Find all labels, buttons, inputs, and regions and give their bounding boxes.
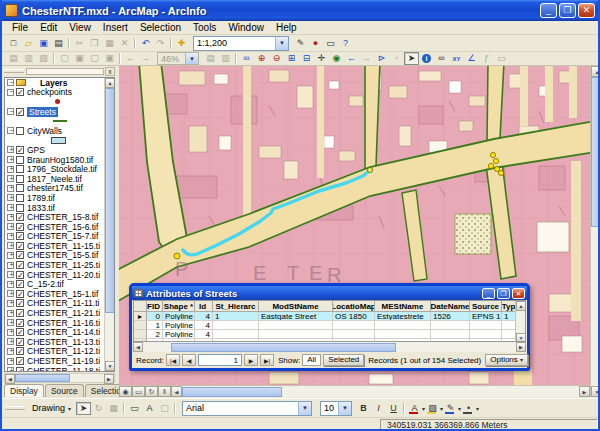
go-to-xy-icon[interactable]: XY bbox=[449, 52, 464, 65]
layout-view-icon[interactable]: ▭ bbox=[132, 386, 145, 397]
print-icon[interactable]: ▤ bbox=[51, 37, 66, 50]
layer-chester-11-18[interactable]: CHESTER_11-18.ti bbox=[5, 366, 114, 372]
scroll-down-icon[interactable]: ▼ bbox=[591, 386, 600, 397]
layer-label[interactable]: GPS bbox=[27, 145, 45, 155]
layer-checkbox[interactable] bbox=[16, 299, 24, 307]
layer-checkbox[interactable] bbox=[16, 357, 24, 365]
zoom-in-layout-icon[interactable]: ▢ bbox=[57, 52, 72, 65]
column-st-hierarc[interactable]: St_Hierarc bbox=[213, 301, 259, 312]
layer-chester-11-20[interactable]: CHESTER_11-20.ti bbox=[5, 270, 114, 280]
layer-1833[interactable]: 1833.tif bbox=[5, 203, 114, 213]
layer-checkbox[interactable] bbox=[16, 319, 24, 327]
layer-gps[interactable]: GPS bbox=[5, 145, 114, 155]
rotate-icon[interactable]: ↻ bbox=[91, 402, 106, 415]
layer-chester-11-13[interactable]: CHESTER_11-13.ti bbox=[5, 337, 114, 347]
expand-icon[interactable] bbox=[7, 79, 14, 86]
layer-checkbox[interactable] bbox=[16, 127, 24, 135]
arccatalog-icon[interactable]: ● bbox=[308, 37, 323, 50]
fixed-zoom-in-icon[interactable]: ⊞ bbox=[284, 52, 299, 65]
font-color-button[interactable]: A bbox=[407, 402, 422, 415]
scroll-up-icon[interactable]: ▲ bbox=[105, 78, 115, 88]
free-edit-icon[interactable]: ▦ bbox=[106, 402, 121, 415]
column-shape[interactable]: Shape * bbox=[163, 301, 195, 312]
scroll-thumb[interactable] bbox=[15, 374, 70, 382]
new-document-icon[interactable]: □ bbox=[6, 37, 21, 50]
zoom-whole-page-icon[interactable]: ▤ bbox=[6, 52, 21, 65]
layer-chester-11-12[interactable]: CHESTER_11-12.ti bbox=[5, 347, 114, 357]
underline-button[interactable]: U bbox=[386, 402, 401, 415]
layer-label[interactable]: BraunHog1580.tif bbox=[27, 155, 93, 165]
expand-icon[interactable] bbox=[7, 310, 14, 317]
layer-checkbox[interactable] bbox=[16, 338, 24, 346]
layer-label[interactable]: CHESTER_11-13.ti bbox=[27, 337, 100, 347]
expand-icon[interactable] bbox=[7, 204, 14, 211]
layer-chester-11-21[interactable]: CHESTER_11-21.ti bbox=[5, 308, 114, 318]
layer-label[interactable]: 1789.tif bbox=[27, 193, 55, 203]
layer-label[interactable]: 1817_Neele.tif bbox=[27, 174, 82, 184]
layer-citywalls[interactable]: CityWalls bbox=[5, 126, 114, 136]
font-combo[interactable]: Arial▼ bbox=[182, 401, 312, 416]
expand-icon[interactable] bbox=[7, 175, 14, 182]
fixed-zoom-out-icon[interactable]: ⊟ bbox=[299, 52, 314, 65]
layer-label[interactable]: Layers bbox=[40, 78, 67, 88]
font-size-combo[interactable]: 10▼ bbox=[320, 401, 352, 416]
expand-icon[interactable] bbox=[7, 329, 14, 336]
row-selector[interactable] bbox=[134, 321, 147, 330]
symbol-streets[interactable] bbox=[5, 116, 114, 126]
scroll-thumb[interactable] bbox=[182, 387, 282, 397]
menu-edit[interactable]: Edit bbox=[34, 22, 63, 33]
expand-icon[interactable] bbox=[7, 367, 14, 372]
layer-checkbox[interactable] bbox=[16, 184, 24, 192]
layer-chester-15-6[interactable]: CHESTER_15-6.tif bbox=[5, 222, 114, 232]
layer-label[interactable]: CHESTER_11-16.ti bbox=[27, 318, 100, 328]
add-data-icon[interactable]: ✚ bbox=[174, 37, 189, 50]
expand-icon[interactable] bbox=[7, 262, 14, 269]
expand-icon[interactable] bbox=[7, 233, 14, 240]
layer-checkbox[interactable] bbox=[16, 251, 24, 259]
toc-horizontal-scrollbar[interactable]: ◀ ▶ bbox=[4, 373, 115, 383]
layer-label[interactable]: CityWalls bbox=[27, 126, 62, 136]
full-extent-icon[interactable]: ◉ bbox=[329, 52, 344, 65]
layer-chester-15-8[interactable]: CHESTER_15-8.tif bbox=[5, 212, 114, 222]
sep[interactable] bbox=[172, 402, 178, 415]
symbol-citywalls[interactable] bbox=[5, 136, 114, 146]
draft-mode-icon[interactable]: ▤ bbox=[203, 52, 218, 65]
bold-button[interactable]: B bbox=[356, 402, 371, 415]
layer-checkbox[interactable] bbox=[16, 156, 24, 164]
map-vertical-scrollbar[interactable]: ▲ ▼ bbox=[590, 66, 600, 397]
layer-checkbox[interactable] bbox=[16, 309, 24, 317]
options-button[interactable]: Options ▾ bbox=[485, 354, 528, 366]
layer-label[interactable]: CHESTER_11-25.ti bbox=[27, 260, 100, 270]
layer-label[interactable]: CHESTER_15-7.tif bbox=[27, 231, 98, 241]
dialog-close-button[interactable]: ✕ bbox=[512, 288, 525, 299]
layer-label[interactable]: CHESTER_11-15.ti bbox=[27, 241, 100, 251]
layer-1796[interactable]: 1796_Stockdale.tif bbox=[5, 164, 114, 174]
first-record-button[interactable]: |◀ bbox=[166, 354, 180, 366]
layer-checkbox[interactable] bbox=[16, 242, 24, 250]
layer-label[interactable]: chester1745.tif bbox=[27, 183, 83, 193]
row-selector[interactable] bbox=[134, 330, 147, 339]
tab-source[interactable]: Source bbox=[45, 384, 84, 397]
zoom-100-icon[interactable]: ▥ bbox=[21, 52, 36, 65]
layout-zoom-combo[interactable]: 46%▼ bbox=[157, 52, 199, 65]
scroll-left-icon[interactable]: ◀ bbox=[171, 386, 182, 397]
layer-label[interactable]: CHESTER_11-14.ti bbox=[27, 327, 100, 337]
layer-label[interactable]: CHESTER_15-1.tif bbox=[27, 289, 98, 299]
layer-checkbox[interactable] bbox=[16, 232, 24, 240]
marker-color-button[interactable]: • bbox=[461, 402, 476, 415]
expand-icon[interactable] bbox=[7, 166, 14, 173]
redo-icon[interactable]: ↷ bbox=[153, 37, 168, 50]
expand-icon[interactable] bbox=[7, 271, 14, 278]
menu-tools[interactable]: Tools bbox=[187, 22, 222, 33]
scroll-thumb[interactable] bbox=[105, 88, 115, 313]
title-bar[interactable]: ChesterNTF.mxd - ArcMap - ArcInfo _ ❐ ✕ bbox=[2, 0, 598, 21]
layer-label[interactable]: 1833.tif bbox=[27, 203, 55, 213]
map-horizontal-scrollbar[interactable]: ◉▭↻‖ ◀ ▶ bbox=[119, 385, 590, 397]
table-row[interactable]: ▸ 0Polyline 41 Eastgate StreetOS 1850 Es… bbox=[134, 312, 525, 321]
expand-icon[interactable] bbox=[7, 348, 14, 355]
expand-icon[interactable] bbox=[7, 281, 14, 288]
measure-icon[interactable]: ∠ bbox=[464, 52, 479, 65]
layer-1789[interactable]: 1789.tif bbox=[5, 193, 114, 203]
line-color-button[interactable]: ✎ bbox=[443, 402, 458, 415]
layer-checkbox[interactable] bbox=[16, 261, 24, 269]
